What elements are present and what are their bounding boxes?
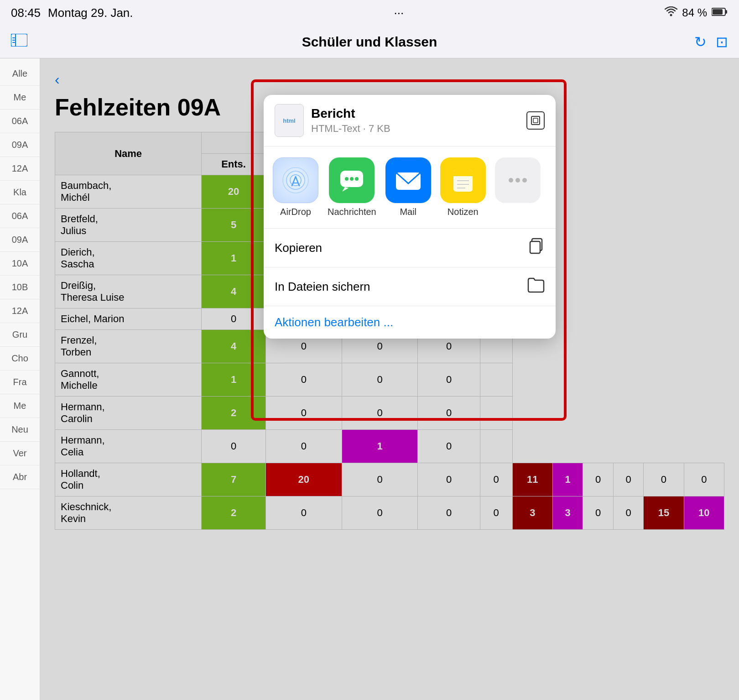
dateien-label: In Dateien sichern [275,280,370,294]
dateien-action[interactable]: In Dateien sichern [264,267,556,306]
nachrichten-app-item[interactable]: Nachrichten [328,157,376,217]
copy-icon [528,238,545,258]
nachrichten-label: Nachrichten [328,207,376,217]
aktionen-label: Aktionen bearbeiten ... [275,315,393,329]
svg-point-18 [355,177,359,181]
file-name: Bericht [311,106,519,121]
date-display: Montag 29. Jan. [48,6,133,20]
svg-point-27 [515,178,520,183]
more-icon [495,157,541,203]
svg-rect-3 [713,9,723,15]
folder-save-icon [527,277,545,297]
share-sheet-overlay: html Bericht HTML-Text · 7 KB [40,58,739,700]
file-meta: HTML-Text · 7 KB [311,123,519,135]
airdrop-app-item[interactable]: AirDrop [273,157,318,217]
file-details: Bericht HTML-Text · 7 KB [311,106,519,135]
nav-bar: Schüler und Klassen ↻ ⊡ [0,26,739,58]
minimize-button[interactable] [526,111,545,130]
airdrop-label: AirDrop [280,207,311,217]
svg-marker-15 [342,187,349,192]
sidebar: Alle Me 06A 09A 12A Kla 06A 09A 10A 10B … [0,58,40,700]
svg-point-26 [509,178,513,183]
nav-right-icons: ↻ ⊡ [694,33,728,51]
refresh-icon[interactable]: ↻ [694,33,707,51]
main-area: Alle Me 06A 09A 12A Kla 06A 09A 10A 10B … [0,58,739,700]
status-bar-right: 84 % [665,6,728,19]
sidebar-item-12a2[interactable]: 12A [0,299,40,323]
sidebar-item-12a1[interactable]: 12A [0,157,40,181]
folder-icon[interactable]: ⊡ [716,33,728,51]
sidebar-item-gru[interactable]: Gru [0,323,40,347]
sidebar-item-09a2[interactable]: 09A [0,228,40,252]
mail-label: Mail [400,207,416,217]
share-sheet: html Bericht HTML-Text · 7 KB [264,95,556,339]
kopieren-label: Kopieren [275,241,322,255]
svg-point-17 [350,177,354,181]
sidebar-item-fra[interactable]: Fra [0,371,40,394]
sidebar-item-ver[interactable]: Ver [0,442,40,465]
notizen-app-item[interactable]: Notizen [440,157,486,217]
sidebar-item-06a1[interactable]: 06A [0,110,40,133]
sidebar-item-cho[interactable]: Cho [0,347,40,371]
notizen-icon [440,157,486,203]
mail-app-item[interactable]: Mail [385,157,431,217]
nav-left-icons [11,33,27,50]
sidebar-item-06a2[interactable]: 06A [0,204,40,228]
sidebar-item-alle[interactable]: Alle [0,62,40,86]
svg-rect-2 [725,10,727,14]
wifi-icon [665,6,677,19]
status-bar-left: 08:45 Montag 29. Jan. [11,6,133,20]
battery-icon [712,6,728,19]
sidebar-toggle-icon[interactable] [11,33,27,50]
sidebar-item-me[interactable]: Me [0,86,40,110]
dots-indicator: ··· [394,6,404,20]
more-app-item[interactable] [495,157,541,217]
sidebar-item-abr[interactable]: Abr [0,465,40,489]
sidebar-item-kla[interactable]: Kla [0,181,40,204]
airdrop-icon [273,157,318,203]
battery-pct-label: 84 % [682,6,707,19]
svg-rect-22 [453,174,473,176]
svg-point-28 [522,178,527,183]
svg-point-12 [286,171,305,189]
sidebar-item-10a[interactable]: 10A [0,252,40,276]
file-type-icon: html [275,104,304,137]
sidebar-item-neu[interactable]: Neu [0,418,40,442]
nachrichten-icon [329,157,375,203]
svg-rect-10 [533,118,538,123]
svg-rect-30 [530,241,540,253]
time-display: 08:45 [11,6,41,20]
svg-rect-9 [531,116,540,125]
sidebar-item-10b[interactable]: 10B [0,276,40,299]
aktionen-action[interactable]: Aktionen bearbeiten ... [264,306,556,339]
status-bar-center: ··· [394,6,404,20]
mail-icon [385,157,431,203]
svg-point-16 [345,177,349,181]
file-info-row: html Bericht HTML-Text · 7 KB [264,95,556,146]
kopieren-action[interactable]: Kopieren [264,229,556,267]
nav-title: Schüler und Klassen [302,34,437,50]
file-icon-label: html [283,117,295,124]
app-icons-row: AirDrop Nachr [264,146,556,229]
sidebar-item-me2[interactable]: Me [0,394,40,418]
sidebar-item-09a[interactable]: 09A [0,133,40,157]
svg-point-0 [670,14,672,16]
content-area: ‹ Fehlzeiten 09A Name Fehltage achr. E E… [40,58,739,700]
notizen-label: Notizen [448,207,479,217]
status-bar: 08:45 Montag 29. Jan. ··· 84 % [0,0,739,26]
